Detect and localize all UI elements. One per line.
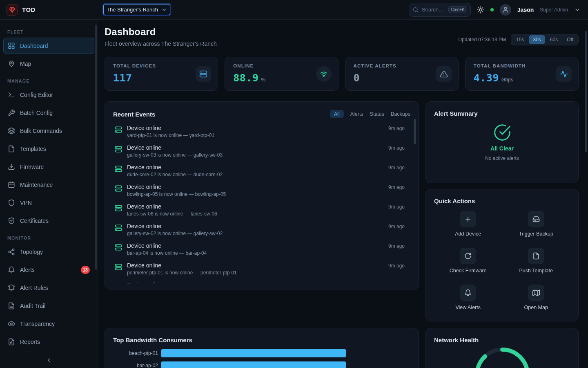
sidebar-item-config-editor[interactable]: Config Editor bbox=[3, 87, 94, 103]
event-row[interactable]: Device online 9m ago bbox=[113, 280, 410, 283]
sidebar-item-alert-rules[interactable]: Alert Rules bbox=[3, 280, 94, 296]
wifi-icon bbox=[316, 66, 332, 82]
event-detail: yard-ptp-01 is now online — yard-ptp-01 bbox=[127, 132, 214, 138]
shield-icon bbox=[8, 199, 15, 206]
trigger-backup-button[interactable]: Trigger Backup bbox=[502, 211, 570, 237]
chevron-left-icon bbox=[46, 357, 52, 364]
bell-icon bbox=[8, 266, 15, 274]
event-row[interactable]: Device online bar-ap-04 is now online — … bbox=[113, 241, 410, 260]
site-selector[interactable]: The Stranger's Ranch bbox=[103, 4, 170, 15]
check-circle-icon bbox=[493, 123, 511, 141]
event-row[interactable]: Device online perimeter-ptp-01 is now on… bbox=[113, 260, 410, 280]
event-row[interactable]: Device online yard-ptp-01 is now online … bbox=[113, 123, 410, 143]
eye-icon bbox=[8, 320, 15, 328]
recent-events-title: Recent Events bbox=[113, 111, 155, 118]
event-detail: lanes-sw-06 is now online — lanes-sw-06 bbox=[127, 211, 217, 217]
tab-status[interactable]: Status bbox=[370, 110, 384, 118]
event-time: 9m ago bbox=[388, 203, 405, 221]
stat-card-total-bandwidth: TOTAL BANDWIDTH 4.39 Gbps bbox=[465, 57, 579, 91]
event-detail: bowling-ap-05 is now online — bowling-ap… bbox=[127, 191, 226, 197]
search-input[interactable]: Search... Cmd+K bbox=[409, 3, 471, 17]
sidebar-item-transparency[interactable]: Transparency bbox=[3, 316, 94, 332]
sidebar-item-label: Alert Rules bbox=[20, 285, 48, 291]
event-list-scrollbar-thumb[interactable] bbox=[414, 119, 416, 144]
refresh-interval-30s[interactable]: 30s bbox=[529, 35, 545, 44]
sidebar-collapse-button[interactable] bbox=[0, 352, 98, 368]
sidebar-item-label: Maintenance bbox=[20, 182, 53, 188]
stat-label: TOTAL DEVICES bbox=[113, 63, 209, 68]
chevron-down-icon bbox=[574, 7, 581, 13]
event-detail: perimeter-ptp-01 is now online — perimet… bbox=[127, 270, 237, 276]
sidebar-scrollbar-thumb[interactable] bbox=[95, 25, 97, 270]
sidebar-item-certificates[interactable]: Certificates bbox=[3, 213, 94, 229]
event-row[interactable]: Device online bowling-ap-05 is now onlin… bbox=[113, 182, 410, 202]
quick-actions-card: Quick Actions Add Device Trigger Backup … bbox=[425, 189, 579, 321]
event-title: Device online bbox=[127, 282, 161, 283]
sidebar-item-batch-config[interactable]: Batch Config bbox=[3, 105, 94, 121]
quick-actions-title: Quick Actions bbox=[434, 197, 475, 204]
sidebar-item-dashboard[interactable]: Dashboard bbox=[3, 38, 94, 54]
stat-unit: Gbps bbox=[501, 77, 513, 83]
tab-all[interactable]: All bbox=[330, 110, 344, 118]
tab-alerts[interactable]: Alerts bbox=[350, 110, 363, 118]
add-device-button[interactable]: Add Device bbox=[434, 211, 502, 237]
event-row[interactable]: Device online gallery-sw-03 is now onlin… bbox=[113, 143, 410, 162]
server-icon bbox=[115, 244, 122, 251]
network-health-card: Network Health bbox=[425, 328, 579, 368]
stat-card-total-devices: TOTAL DEVICES 117 bbox=[105, 57, 218, 91]
main-scrollbar-thumb[interactable] bbox=[585, 31, 587, 152]
server-icon bbox=[115, 185, 122, 192]
last-updated-text: Updated 07:36:13 PM bbox=[458, 37, 506, 43]
alert-triangle-icon bbox=[436, 66, 452, 82]
refresh-interval-60s[interactable]: 60s bbox=[546, 35, 562, 44]
event-row[interactable]: Device online lanes-sw-06 is now online … bbox=[113, 202, 410, 221]
avatar[interactable] bbox=[500, 4, 511, 16]
sidebar-item-templates[interactable]: Templates bbox=[3, 141, 94, 157]
sidebar-item-audit-trail[interactable]: Audit Trail bbox=[3, 298, 94, 314]
bar-row: bar-ap-02 bbox=[113, 361, 410, 368]
sidebar-item-reports[interactable]: Reports bbox=[3, 334, 94, 350]
event-title: Device online bbox=[127, 203, 217, 210]
open-map-button[interactable]: Open Map bbox=[502, 285, 570, 310]
event-time: 9m ago bbox=[388, 125, 405, 143]
bar bbox=[161, 349, 346, 357]
refresh-interval-15s[interactable]: 15s bbox=[512, 35, 528, 44]
event-title: Device online bbox=[127, 262, 237, 269]
server-icon bbox=[196, 66, 211, 82]
user-menu-button[interactable] bbox=[574, 7, 581, 13]
bar bbox=[161, 361, 346, 368]
chevron-down-icon bbox=[161, 7, 167, 13]
server-icon bbox=[115, 204, 122, 212]
sidebar-item-firmware[interactable]: Firmware bbox=[3, 159, 94, 175]
sidebar-item-map[interactable]: Map bbox=[3, 56, 94, 72]
event-title: Device online bbox=[127, 242, 207, 249]
alert-summary-title: Alert Summary bbox=[434, 110, 478, 117]
view-alerts-button[interactable]: View Alerts bbox=[434, 285, 502, 310]
server-icon bbox=[115, 146, 122, 153]
stat-value: 117 bbox=[113, 72, 132, 84]
sidebar-item-vpn[interactable]: VPN bbox=[3, 195, 94, 211]
theme-toggle-button[interactable] bbox=[477, 6, 484, 13]
sidebar-item-maintenance[interactable]: Maintenance bbox=[3, 177, 94, 193]
refresh-interval-off[interactable]: Off bbox=[563, 35, 577, 44]
sidebar-item-bulk-commands[interactable]: Bulk Commands bbox=[3, 123, 94, 139]
page-header: Dashboard Fleet overview across The Stra… bbox=[105, 26, 579, 47]
check-firmware-button[interactable]: Check Firmware bbox=[434, 248, 502, 274]
event-row[interactable]: Device online gallery-sw-02 is now onlin… bbox=[113, 221, 410, 241]
event-row[interactable]: Device online dude-core-02 is now online… bbox=[113, 162, 410, 182]
top-bandwidth-card: Top Bandwidth Consumers beach-ptp-01 bar… bbox=[105, 328, 419, 368]
terminal-icon bbox=[8, 91, 15, 99]
sidebar-section-manage: MANAGE bbox=[3, 74, 94, 87]
sidebar-item-label: VPN bbox=[20, 200, 32, 206]
sidebar-item-label: Transparency bbox=[20, 321, 55, 327]
bandwidth-bar-chart: beach-ptp-01 bar-ap-02 bbox=[113, 349, 410, 368]
plus-icon bbox=[460, 211, 476, 227]
push-template-button[interactable]: Push Template bbox=[502, 248, 570, 274]
event-title: Device online bbox=[127, 125, 214, 131]
event-detail: dude-core-02 is now online — dude-core-0… bbox=[127, 172, 223, 177]
sidebar-item-alerts[interactable]: Alerts 13 bbox=[3, 262, 94, 278]
tab-backups[interactable]: Backups bbox=[391, 110, 410, 118]
event-time: 9m ago bbox=[388, 242, 405, 260]
sidebar-item-topology[interactable]: Topology bbox=[3, 244, 94, 260]
server-icon bbox=[115, 126, 122, 133]
